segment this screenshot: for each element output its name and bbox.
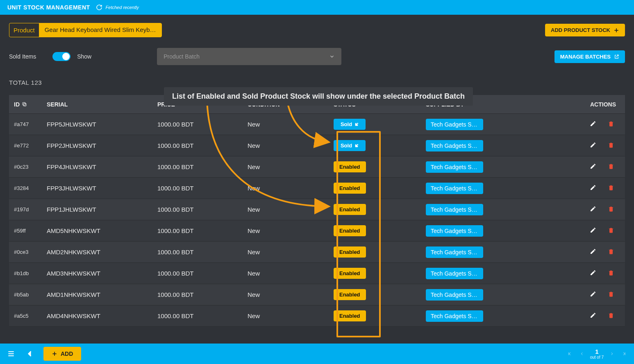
cell-status: Enabled: [334, 310, 426, 321]
add-product-stock-button[interactable]: ADD PRODUCT STOCK: [545, 24, 625, 36]
supplier-button[interactable]: Tech Gadgets Su…: [426, 268, 483, 279]
bottom-bar: ADD 1 out of 7: [0, 344, 634, 364]
cell-supplied: Tech Gadgets Su…: [426, 204, 549, 215]
cell-condition: New: [248, 206, 334, 213]
cell-id: #b5ab: [14, 292, 47, 298]
trash-icon: [608, 163, 614, 171]
delete-button[interactable]: [606, 290, 616, 300]
status-badge[interactable]: Enabled: [334, 310, 366, 321]
cell-price: 1000.00 BDT: [157, 163, 248, 170]
cell-serial: FPP3JHLWSKWT: [47, 185, 157, 192]
trash-icon: [608, 141, 614, 150]
supplier-button[interactable]: Tech Gadgets Su…: [426, 204, 483, 215]
edit-button[interactable]: [588, 183, 598, 193]
status-badge[interactable]: Sold: [334, 119, 366, 130]
edit-button[interactable]: [588, 269, 598, 278]
edit-button[interactable]: [588, 141, 598, 151]
cell-condition: New: [248, 270, 334, 277]
delete-button[interactable]: [606, 162, 616, 172]
cell-price: 1000.00 BDT: [157, 227, 248, 234]
edit-button[interactable]: [588, 226, 598, 236]
cell-supplied: Tech Gadgets Su…: [426, 183, 549, 194]
trash-icon: [608, 290, 614, 299]
sold-items-toggle[interactable]: [52, 52, 70, 61]
product-pill-label: Product: [9, 23, 39, 37]
refresh-status[interactable]: Fetched recently: [96, 4, 139, 11]
pager-prev[interactable]: [578, 350, 586, 358]
refresh-text: Fetched recently: [106, 5, 139, 10]
supplier-button[interactable]: Tech Gadgets Su…: [426, 289, 483, 301]
status-badge[interactable]: Enabled: [334, 183, 366, 194]
edit-button[interactable]: [588, 247, 598, 257]
cell-actions: [549, 183, 620, 193]
table-row[interactable]: #e772FPP2JHLWSKWT1000.00 BDTNewSoldTech …: [9, 135, 625, 156]
status-badge[interactable]: Sold: [334, 140, 366, 151]
status-badge[interactable]: Enabled: [334, 246, 366, 258]
cell-status: Enabled: [334, 268, 426, 279]
table-row[interactable]: #a5c5AMD4NHKWSKWT1000.00 BDTNewEnabledTe…: [9, 305, 625, 327]
table-row[interactable]: #b1dbAMD3NHKWSKWT1000.00 BDTNewEnabledTe…: [9, 263, 625, 284]
cell-status: Sold: [334, 119, 426, 130]
copy-icon: [22, 102, 27, 107]
pager-first[interactable]: [566, 350, 574, 358]
table-row[interactable]: #197dFPP1JHLWSKWT1000.00 BDTNewEnabledTe…: [9, 199, 625, 220]
trash-icon: [608, 248, 614, 256]
total-count: TOTAL 123: [9, 79, 625, 86]
table-row[interactable]: #0ce3AMD2NHKWSKWT1000.00 BDTNewEnabledTe…: [9, 242, 625, 263]
supplier-button[interactable]: Tech Gadgets Su…: [426, 119, 483, 130]
edit-button[interactable]: [588, 290, 598, 300]
pager-last[interactable]: [620, 350, 628, 358]
sold-items-toggle-wrap: Show: [52, 52, 91, 61]
supplier-button[interactable]: Tech Gadgets Su…: [426, 225, 483, 237]
delete-button[interactable]: [606, 183, 616, 193]
col-serial[interactable]: SERIAL: [47, 101, 157, 108]
cell-condition: New: [248, 185, 334, 192]
delete-button[interactable]: [606, 141, 616, 151]
edit-button[interactable]: [588, 205, 598, 215]
cell-id: #0ce3: [14, 249, 47, 255]
delete-button[interactable]: [606, 311, 616, 321]
supplier-button[interactable]: Tech Gadgets Su…: [426, 310, 483, 322]
edit-button[interactable]: [588, 311, 598, 321]
table-row[interactable]: #a747FPP5JHLWSKWT1000.00 BDTNewSoldTech …: [9, 114, 625, 135]
status-badge[interactable]: Enabled: [334, 204, 366, 215]
add-button[interactable]: ADD: [43, 347, 81, 361]
col-id[interactable]: ID: [14, 101, 47, 108]
page-title: UNIT STOCK MANAGEMENT: [7, 4, 90, 11]
delete-button[interactable]: [606, 247, 616, 257]
cell-condition: New: [248, 142, 334, 149]
external-link-icon: [354, 122, 359, 127]
supplier-button[interactable]: Tech Gadgets Su…: [426, 140, 483, 151]
pencil-icon: [590, 269, 596, 277]
cell-actions: [549, 120, 620, 129]
cell-supplied: Tech Gadgets Su…: [426, 225, 549, 237]
trash-icon: [608, 226, 614, 235]
delete-button[interactable]: [606, 226, 616, 236]
product-pill[interactable]: Product Gear Head Keyboard Wired Slim Ke…: [9, 23, 162, 37]
back-button[interactable]: [25, 348, 35, 359]
status-badge[interactable]: Enabled: [334, 268, 366, 279]
pager-next[interactable]: [608, 350, 616, 358]
header-row: Product Gear Head Keyboard Wired Slim Ke…: [9, 23, 625, 37]
delete-button[interactable]: [606, 269, 616, 278]
status-badge[interactable]: Enabled: [334, 161, 366, 172]
table-row[interactable]: #3284FPP3JHLWSKWT1000.00 BDTNewEnabledTe…: [9, 178, 625, 199]
table-row[interactable]: #59ffAMD5NHKWSKWT1000.00 BDTNewEnabledTe…: [9, 220, 625, 242]
product-batch-select[interactable]: Product Batch: [157, 48, 341, 65]
supplier-button[interactable]: Tech Gadgets Su…: [426, 161, 483, 173]
edit-button[interactable]: [588, 162, 598, 172]
edit-button[interactable]: [588, 120, 598, 129]
pencil-icon: [590, 142, 596, 149]
delete-button[interactable]: [606, 120, 616, 129]
cell-price: 1000.00 BDT: [157, 121, 248, 128]
delete-button[interactable]: [606, 205, 616, 215]
table-row[interactable]: #0c23FPP4JHLWSKWT1000.00 BDTNewEnabledTe…: [9, 156, 625, 178]
table-row[interactable]: #b5abAMD1NHKWSKWT1000.00 BDTNewEnabledTe…: [9, 284, 625, 305]
menu-button[interactable]: [6, 348, 16, 359]
supplier-button[interactable]: Tech Gadgets Su…: [426, 183, 483, 194]
status-badge[interactable]: Enabled: [334, 289, 366, 300]
manage-batches-button[interactable]: MANAGE BATCHES: [554, 50, 625, 63]
status-badge[interactable]: Enabled: [334, 225, 366, 236]
pencil-icon: [590, 184, 596, 192]
supplier-button[interactable]: Tech Gadgets Su…: [426, 246, 483, 258]
